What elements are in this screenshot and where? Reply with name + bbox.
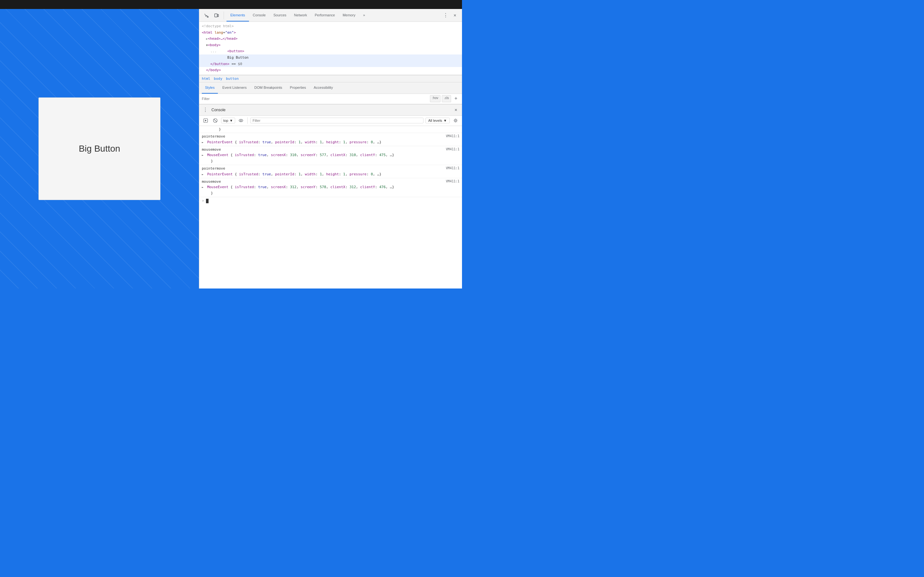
lang-attr-value: "en" <box>225 31 234 35</box>
cls-button[interactable]: .cls <box>442 95 451 102</box>
html-tag-close-bracket: > <box>234 31 236 35</box>
levels-arrow: ▼ <box>443 119 447 122</box>
browser-viewport: Big Button <box>0 9 199 288</box>
subtab-properties[interactable]: Properties <box>287 82 309 93</box>
console-dots-icon[interactable]: ⋮ <box>202 106 209 113</box>
eye-icon[interactable] <box>237 117 245 124</box>
console-entry-mousemove-2: mousemove VM411:1 ► MouseEvent { isTrust… <box>199 178 462 197</box>
event-name-pointermove-1: pointermove <box>202 134 225 139</box>
doctype-text: <!doctype html> <box>202 24 234 28</box>
console-prompt-icon: › <box>202 198 204 204</box>
tab-console[interactable]: Console <box>249 9 270 21</box>
add-style-button[interactable]: + <box>452 95 459 102</box>
expand-icon-1[interactable]: ► <box>202 140 205 145</box>
device-toolbar-icon[interactable] <box>212 11 221 20</box>
svg-point-6 <box>239 119 243 122</box>
svg-point-8 <box>455 120 457 121</box>
expand-icon-3[interactable]: ► <box>202 172 205 177</box>
execute-icon[interactable] <box>202 117 210 124</box>
styles-filter-input[interactable] <box>202 97 427 101</box>
tree-body-close: </body> <box>199 67 462 73</box>
subtab-dom-breakpoints[interactable]: DOM Breakpoints <box>251 82 286 93</box>
event-name-mousemove-1: mousemove <box>202 147 221 152</box>
expand-icon-4[interactable]: ► <box>202 185 205 189</box>
source-link-2[interactable]: VM411:1 <box>446 147 459 152</box>
close-devtools-icon[interactable]: ✕ <box>451 11 459 20</box>
breadcrumb-body[interactable]: body <box>214 77 223 81</box>
page-content: Big Button <box>39 97 160 200</box>
html-tag: <html <box>202 31 212 35</box>
console-header: ⋮ Console ✕ <box>199 104 462 116</box>
html-tree: <!doctype html> <html lang="en"> ►<head>… <box>199 22 462 75</box>
tree-button-content[interactable]: Big Button <box>199 55 462 61</box>
big-button-label: Big Button <box>79 143 120 154</box>
context-value: top <box>223 119 228 122</box>
devtools-menu-icon[interactable]: ⋮ <box>442 12 449 19</box>
inspect-element-icon[interactable] <box>202 11 211 20</box>
button-text-content: Big Button <box>227 55 248 60</box>
hov-button[interactable]: :hov <box>430 95 441 102</box>
console-title: Console <box>212 108 226 112</box>
console-close-icon[interactable]: ✕ <box>452 106 459 113</box>
subtab-event-listeners[interactable]: Event Listeners <box>219 82 250 93</box>
ellipsis-text: ... <box>210 49 217 53</box>
tab-more[interactable]: » <box>359 9 369 21</box>
toolbar-right: ⋮ ✕ <box>442 11 459 20</box>
lang-attr-name: lang <box>215 31 223 35</box>
tab-memory[interactable]: Memory <box>339 9 359 21</box>
tree-button-close[interactable]: </button> == $0 <box>199 61 462 67</box>
subtab-styles[interactable]: Styles <box>202 82 218 93</box>
filter-bar: :hov .cls + <box>199 94 462 104</box>
dollar-zero: $0 <box>238 62 242 66</box>
expand-icon-2[interactable]: ► <box>202 153 205 157</box>
elements-panel: <!doctype html> <html lang="en"> ►<head>… <box>199 22 462 75</box>
context-dropdown[interactable]: top ▼ <box>221 118 235 123</box>
console-toolbar: top ▼ All levels ▼ <box>199 116 462 126</box>
top-bar <box>0 0 462 9</box>
tree-html[interactable]: <html lang="en"> <box>199 29 462 36</box>
tab-performance[interactable]: Performance <box>311 9 339 21</box>
console-entry-mousemove-1: mousemove VM411:1 ► MouseEvent { isTrust… <box>199 146 462 165</box>
console-separator <box>247 117 248 124</box>
console-entry-pointermove-1: pointermove VM411:1 ► PointerEvent { isT… <box>199 133 462 146</box>
subtab-accessibility[interactable]: Accessibility <box>310 82 336 93</box>
button-open-tag: <button> <box>228 49 244 53</box>
breadcrumb: html body button <box>199 75 462 82</box>
event-name-pointermove-2: pointermove <box>202 166 225 171</box>
devtools-tabs: Elements Console Sources Network Perform… <box>226 9 369 21</box>
tab-elements[interactable]: Elements <box>226 9 249 21</box>
breadcrumb-sep-2 <box>224 77 225 81</box>
head-tag: <head>…</head> <box>208 37 238 41</box>
tab-sources[interactable]: Sources <box>270 9 290 21</box>
console-entry-brace: } <box>199 126 462 133</box>
source-link-3[interactable]: VM411:1 <box>446 166 459 171</box>
source-link-4[interactable]: VM411:1 <box>446 179 459 184</box>
filter-buttons: :hov .cls + <box>430 95 459 102</box>
event-name-mousemove-2: mousemove <box>202 179 221 184</box>
console-entry-pointermove-2: pointermove VM411:1 ► PointerEvent { isT… <box>199 165 462 178</box>
breadcrumb-button[interactable]: button <box>226 77 239 81</box>
eq-sign: == <box>232 62 238 66</box>
console-settings-icon[interactable] <box>452 117 459 124</box>
source-link-1[interactable]: VM411:1 <box>446 134 459 139</box>
body-close-tag: </body> <box>206 68 221 72</box>
console-filter-input[interactable] <box>250 118 423 123</box>
levels-value: All levels <box>428 119 442 122</box>
sub-tabs: Styles Event Listeners DOM Breakpoints P… <box>199 82 462 94</box>
tree-head[interactable]: ►<head>…</head> <box>199 35 462 42</box>
console-output[interactable]: } pointermove VM411:1 ► PointerEvent { i… <box>199 126 462 288</box>
console-cursor <box>206 199 208 203</box>
breadcrumb-sep-1 <box>212 77 213 81</box>
tab-network[interactable]: Network <box>290 9 311 21</box>
console-input-line[interactable]: › <box>199 197 462 205</box>
main-area: Big Button Elements <box>0 9 462 288</box>
levels-dropdown[interactable]: All levels ▼ <box>425 118 450 123</box>
breadcrumb-html[interactable]: html <box>202 77 210 81</box>
svg-line-5 <box>214 119 216 122</box>
svg-rect-1 <box>215 14 217 17</box>
tree-body[interactable]: ▼<body> <box>199 42 462 48</box>
toolbar-separator <box>224 11 224 19</box>
svg-rect-2 <box>218 15 218 17</box>
devtools-toolbar: Elements Console Sources Network Perform… <box>199 9 462 22</box>
clear-console-icon[interactable] <box>212 117 219 124</box>
